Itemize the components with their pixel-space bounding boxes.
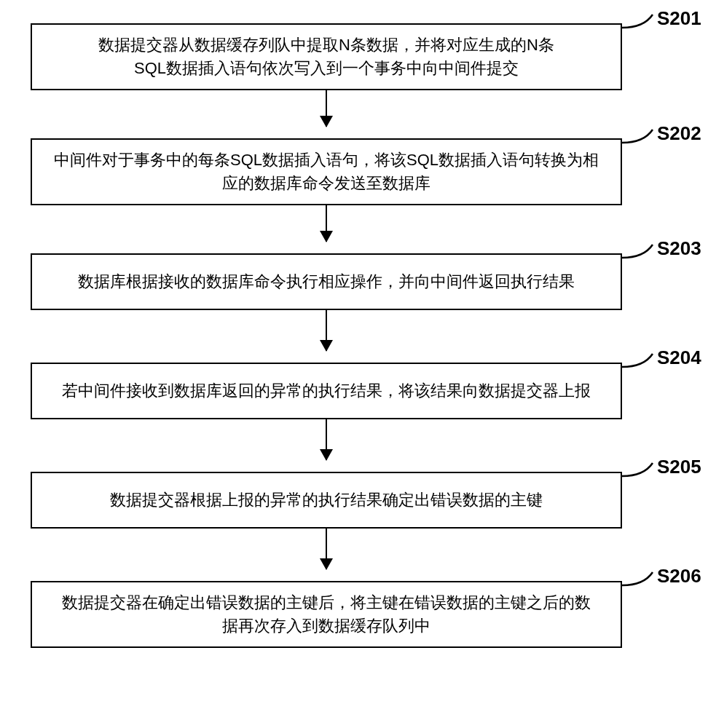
flowchart-canvas: 数据提交器从数据缓存列队中提取N条数据，并将对应生成的N条SQL数据插入语句依次… (0, 0, 708, 728)
step-label-s202: S202 (657, 122, 701, 145)
step-box-s203: 数据库根据接收的数据库命令执行相应操作，并向中间件返回执行结果 (31, 253, 622, 310)
step-label-s204: S204 (657, 347, 701, 369)
step-text: 若中间件接收到数据库返回的异常的执行结果，将该结果向数据提交器上报 (62, 379, 591, 403)
arrow-1 (326, 90, 327, 127)
step-text: 数据提交器在确定出错误数据的主键后，将主键在错误数据的主键之后的数据再次存入到数… (62, 591, 591, 638)
arrow-5 (326, 529, 327, 569)
arrow-3 (326, 310, 327, 351)
step-box-s201: 数据提交器从数据缓存列队中提取N条数据，并将对应生成的N条SQL数据插入语句依次… (31, 23, 622, 90)
arrow-4 (326, 419, 327, 460)
step-label-s203: S203 (657, 237, 701, 260)
step-text: 中间件对于事务中的每条SQL数据插入语句，将该SQL数据插入语句转换为相应的数据… (54, 149, 599, 195)
step-label-s201: S201 (657, 7, 701, 30)
step-text: 数据提交器从数据缓存列队中提取N条数据，并将对应生成的N条SQL数据插入语句依次… (98, 33, 554, 80)
step-box-s202: 中间件对于事务中的每条SQL数据插入语句，将该SQL数据插入语句转换为相应的数据… (31, 138, 622, 205)
step-text: 数据提交器根据上报的异常的执行结果确定出错误数据的主键 (110, 488, 543, 512)
arrow-2 (326, 205, 327, 242)
step-box-s205: 数据提交器根据上报的异常的执行结果确定出错误数据的主键 (31, 472, 622, 529)
step-box-s206: 数据提交器在确定出错误数据的主键后，将主键在错误数据的主键之后的数据再次存入到数… (31, 581, 622, 648)
step-box-s204: 若中间件接收到数据库返回的异常的执行结果，将该结果向数据提交器上报 (31, 363, 622, 419)
step-label-s205: S205 (657, 456, 701, 478)
step-label-s206: S206 (657, 565, 701, 587)
step-text: 数据库根据接收的数据库命令执行相应操作，并向中间件返回执行结果 (78, 270, 575, 293)
